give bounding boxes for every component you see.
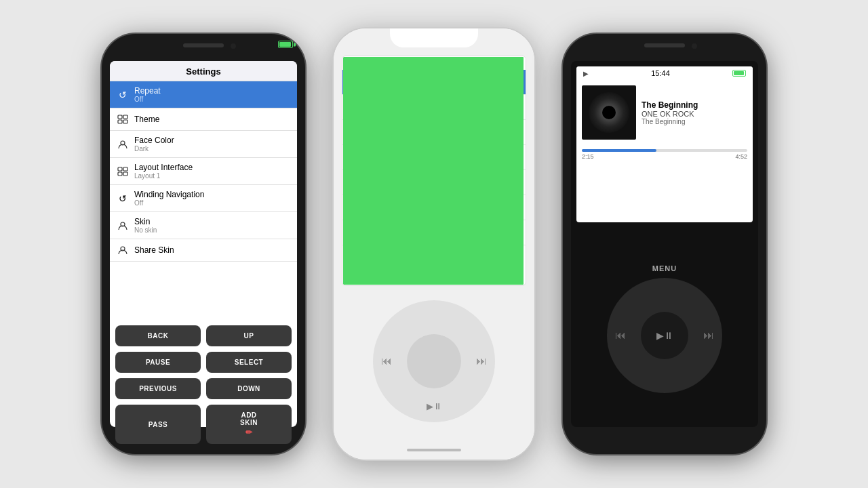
down-button[interactable]: DOWN bbox=[206, 378, 292, 399]
prev-btn-white[interactable]: ⏮ bbox=[381, 355, 392, 367]
progress-current: 2:15 bbox=[582, 153, 594, 160]
settings-item-face-color[interactable]: Face Color Dark bbox=[110, 131, 297, 158]
progress-bar-bg bbox=[582, 149, 747, 152]
phone3-inner: ▶ 15:44 The Beginning ONE OK ROCK bbox=[571, 61, 758, 427]
track-title: The Beginning bbox=[642, 100, 698, 110]
svg-rect-3 bbox=[123, 120, 127, 123]
layout-icon bbox=[117, 165, 129, 178]
select-button[interactable]: SELECT bbox=[206, 352, 292, 373]
phone-2: ▶ 15:35 Now Playing bbox=[332, 27, 536, 461]
clickwheel-white: MENU ⏮ ⏭ ▶⏸ bbox=[373, 300, 495, 422]
home-bar-white bbox=[407, 449, 461, 451]
ipod-screen-white: ▶ 15:35 Now Playing bbox=[342, 56, 526, 286]
menu-label-dark: MENU bbox=[652, 264, 677, 272]
battery-2 bbox=[504, 60, 519, 67]
wheel-center-white[interactable] bbox=[407, 334, 461, 388]
phone-1: Settings ↺ Repeat Off bbox=[102, 34, 305, 454]
settings-list: ↺ Repeat Off bbox=[110, 81, 297, 262]
progress-bar-container: 2:15 4:52 bbox=[576, 145, 753, 161]
progress-times: 2:15 4:52 bbox=[582, 153, 747, 160]
camera-dot-1 bbox=[231, 43, 236, 49]
svg-rect-5 bbox=[118, 167, 122, 171]
pass-button[interactable]: PASS bbox=[115, 405, 201, 444]
next-btn-dark[interactable]: ⏭ bbox=[703, 329, 714, 342]
previous-button[interactable]: PREVIOUS bbox=[115, 378, 201, 399]
svg-rect-6 bbox=[123, 167, 127, 171]
play-pause-dark[interactable]: ▶⏸ bbox=[656, 330, 673, 341]
battery-3 bbox=[732, 70, 746, 77]
pencil-icon: ✏ bbox=[245, 428, 253, 437]
skin-icon bbox=[117, 220, 129, 232]
play-btn-white[interactable]: ▶⏸ bbox=[427, 401, 442, 411]
up-button[interactable]: UP bbox=[206, 325, 292, 346]
now-playing-content: The Beginning ONE OK ROCK The Beginning bbox=[576, 80, 753, 145]
status-bar-2: ▶ 15:35 bbox=[342, 56, 526, 70]
speaker-bar-3 bbox=[644, 43, 685, 47]
settings-item-skin[interactable]: Skin No skin bbox=[110, 212, 297, 239]
track-info: The Beginning ONE OK ROCK The Beginning bbox=[642, 85, 698, 140]
phone-3: ▶ 15:44 The Beginning ONE OK ROCK bbox=[563, 34, 766, 454]
scene: Settings ↺ Repeat Off bbox=[0, 0, 868, 488]
wheel-center-dark[interactable]: ▶⏸ bbox=[641, 312, 688, 359]
next-btn-white[interactable]: ⏭ bbox=[476, 355, 487, 367]
battery-1 bbox=[278, 41, 293, 48]
notch bbox=[390, 28, 478, 47]
svg-rect-7 bbox=[118, 172, 122, 176]
control-buttons: BACK UP PAUSE SELECT PREVIOUS DOWN PASS … bbox=[102, 319, 305, 454]
progress-bar-fill bbox=[582, 149, 656, 152]
status-bar-3: ▶ 15:44 bbox=[576, 66, 753, 80]
repeat-icon: ↺ bbox=[117, 89, 129, 101]
settings-item-repeat[interactable]: ↺ Repeat Off bbox=[110, 81, 297, 108]
settings-item-share-skin[interactable]: Share Skin bbox=[110, 239, 297, 262]
svg-rect-1 bbox=[123, 115, 127, 119]
speaker-bar-1 bbox=[183, 43, 224, 47]
time-3: 15:44 bbox=[651, 69, 670, 77]
face-color-icon bbox=[117, 138, 129, 150]
wheel-outer-dark[interactable]: ▶⏸ ⏮ ⏭ bbox=[607, 278, 722, 393]
svg-rect-0 bbox=[118, 115, 122, 119]
add-skin-button[interactable]: ADDSKIN ✏ bbox=[206, 405, 292, 444]
track-artist: ONE OK ROCK bbox=[642, 110, 698, 118]
prev-btn-dark[interactable]: ⏮ bbox=[615, 329, 626, 342]
back-button[interactable]: BACK bbox=[115, 325, 201, 346]
settings-title: Settings bbox=[110, 61, 297, 81]
album-art bbox=[582, 85, 636, 140]
theme-icon bbox=[117, 113, 129, 125]
progress-total: 4:52 bbox=[735, 153, 747, 160]
wheel-outer-white[interactable]: ⏮ ⏭ ▶⏸ bbox=[373, 300, 495, 422]
svg-rect-8 bbox=[123, 172, 127, 176]
now-playing-screen: ▶ 15:44 The Beginning ONE OK ROCK bbox=[576, 66, 753, 222]
winding-icon: ↺ bbox=[117, 192, 129, 205]
share-skin-icon bbox=[117, 244, 129, 256]
settings-item-theme[interactable]: Theme bbox=[110, 108, 297, 131]
track-album: The Beginning bbox=[642, 118, 698, 125]
clickwheel-dark: MENU ▶⏸ ⏮ ⏭ bbox=[604, 264, 726, 413]
settings-item-layout[interactable]: Layout Interface Layout 1 bbox=[110, 158, 297, 185]
svg-rect-2 bbox=[118, 120, 122, 123]
phone2-inner: ▶ 15:35 Now Playing bbox=[334, 28, 534, 460]
pause-button[interactable]: PAUSE bbox=[115, 352, 201, 373]
album-eye bbox=[589, 92, 629, 133]
play-indicator-3: ▶ bbox=[583, 70, 589, 77]
settings-item-winding[interactable]: ↺ Winding Navigation Off bbox=[110, 185, 297, 212]
camera-dot-3 bbox=[692, 43, 697, 49]
